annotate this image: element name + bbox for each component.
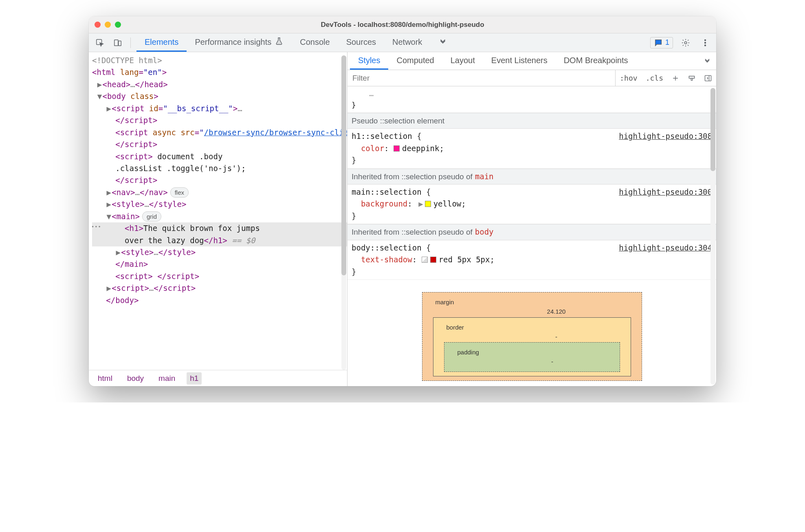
- layout-badge-grid[interactable]: grid: [142, 211, 161, 222]
- tab-computed[interactable]: Computed: [388, 52, 442, 70]
- dom-main-close: </main>: [92, 258, 347, 270]
- dom-main-open[interactable]: ▼<main>grid: [92, 211, 347, 222]
- dom-script-last[interactable]: ▶<script>…</script>: [92, 282, 347, 294]
- crumb-main[interactable]: main: [155, 372, 178, 385]
- close-window-button[interactable]: [95, 22, 101, 28]
- main-split: <!DOCTYPE html> <html lang="en"> ▶<head>…: [89, 52, 716, 386]
- titlebar: DevTools - localhost:8080/demo/highlight…: [89, 16, 716, 33]
- more-menu-icon[interactable]: [698, 37, 712, 49]
- styles-filter-bar: :hov .cls: [348, 70, 716, 86]
- section-inherited-main: Inherited from ::selection pseudo of mai…: [348, 169, 716, 185]
- row-actions-icon[interactable]: •••: [91, 223, 101, 231]
- expand-shorthand-icon[interactable]: ▶: [418, 199, 423, 208]
- styles-rules[interactable]: …} Pseudo ::selection element highlight-…: [348, 86, 716, 386]
- collapse-arrow-icon[interactable]: ▼: [106, 211, 112, 222]
- tabs-more-icon[interactable]: [430, 33, 455, 52]
- layout-badge-flex[interactable]: flex: [170, 187, 189, 198]
- svg-point-3: [684, 42, 687, 44]
- shadow-editor-icon[interactable]: [422, 257, 428, 263]
- svg-point-4: [705, 40, 706, 41]
- expand-arrow-icon[interactable]: ▶: [115, 246, 121, 258]
- devtools-window: DevTools - localhost:8080/demo/highlight…: [89, 16, 716, 386]
- expand-arrow-icon[interactable]: ▶: [106, 282, 112, 294]
- settings-icon[interactable]: [679, 37, 693, 49]
- zoom-window-button[interactable]: [115, 22, 121, 28]
- rule-source-link[interactable]: highlight-pseudo:308: [619, 130, 712, 142]
- crumb-h1[interactable]: h1: [187, 372, 202, 385]
- svg-rect-2: [119, 41, 121, 46]
- dom-breadcrumb: html body main h1: [89, 370, 347, 386]
- expand-arrow-icon[interactable]: ▶: [106, 198, 112, 210]
- tab-elements[interactable]: Elements: [136, 33, 187, 52]
- color-swatch-icon[interactable]: [425, 201, 431, 207]
- dom-h1-selected[interactable]: ••• <h1>The quick brown fox jumps: [92, 222, 347, 234]
- elements-panel: <!DOCTYPE html> <html lang="en"> ▶<head>…: [89, 52, 348, 386]
- script-src-link[interactable]: /browser-sync/browser-sync-client.js?v=2…: [204, 128, 347, 137]
- dom-tree[interactable]: <!DOCTYPE html> <html lang="en"> ▶<head>…: [89, 52, 347, 370]
- svg-point-6: [705, 44, 706, 46]
- dom-script-inline-2: .classList .toggle('no-js');: [92, 163, 347, 174]
- selected-node-marker: == $0: [232, 236, 255, 245]
- new-style-rule-icon[interactable]: [667, 74, 684, 82]
- section-inherited-body: Inherited from ::selection pseudo of bod…: [348, 224, 716, 240]
- window-title: DevTools - localhost:8080/demo/highlight…: [89, 21, 716, 29]
- messages-badge[interactable]: 1: [650, 37, 673, 48]
- section-pseudo-selection: Pseudo ::selection element: [348, 113, 716, 129]
- tab-sources[interactable]: Sources: [338, 33, 384, 52]
- flask-icon: [275, 37, 284, 48]
- expand-arrow-icon[interactable]: ▶: [97, 79, 102, 90]
- dom-head[interactable]: ▶<head>…</head>: [92, 79, 347, 90]
- expand-arrow-icon[interactable]: ▶: [106, 187, 112, 198]
- dom-script-async-close: </script>: [92, 138, 347, 150]
- dom-body-close: </body>: [92, 295, 347, 306]
- rule-source-link[interactable]: highlight-pseudo:304: [619, 242, 712, 254]
- panel-toggle-icon[interactable]: [700, 74, 716, 82]
- collapse-arrow-icon[interactable]: ▼: [97, 90, 102, 102]
- rule-main-selection[interactable]: highlight-pseudo:300 main::selection { b…: [348, 185, 716, 224]
- styles-filter-input[interactable]: [348, 70, 616, 86]
- rule-h1-selection[interactable]: highlight-pseudo:308 h1::selection { col…: [348, 129, 716, 168]
- tab-network[interactable]: Network: [384, 33, 430, 52]
- tab-console[interactable]: Console: [292, 33, 338, 52]
- dom-style-1[interactable]: ▶<style>…</style>: [92, 198, 347, 210]
- minimize-window-button[interactable]: [105, 22, 111, 28]
- dom-script-bs-close: </script>: [92, 114, 347, 126]
- styles-panel: Styles Computed Layout Event Listeners D…: [348, 52, 716, 386]
- dom-script-bs[interactable]: ▶<script id="__bs_script__">…: [92, 103, 347, 114]
- dom-script-empty[interactable]: <script> </script>: [92, 270, 347, 282]
- dom-html-open[interactable]: <html lang="en">: [92, 66, 347, 78]
- styles-tabs-more-icon[interactable]: [698, 52, 716, 70]
- scrollbar-thumb[interactable]: [710, 88, 715, 171]
- tab-label: Performance insights: [195, 37, 271, 47]
- scrollbar-thumb[interactable]: [341, 55, 346, 275]
- color-swatch-icon[interactable]: [430, 257, 436, 263]
- rule-body-selection[interactable]: highlight-pseudo:304 body::selection { t…: [348, 240, 716, 280]
- styles-scrollbar[interactable]: [710, 88, 715, 385]
- brush-icon[interactable]: [684, 74, 700, 82]
- toggle-cls-button[interactable]: .cls: [642, 74, 667, 82]
- tab-performance-insights[interactable]: Performance insights: [187, 33, 292, 52]
- dom-body-open[interactable]: ▼<body class>: [92, 90, 347, 102]
- dom-style-2[interactable]: ▶<style>…</style>: [92, 246, 347, 258]
- rule-source-link[interactable]: highlight-pseudo:300: [619, 186, 712, 198]
- messages-count: 1: [665, 38, 669, 47]
- box-model-diagram[interactable]: margin 24.120 border - padding -: [422, 292, 642, 381]
- tab-styles[interactable]: Styles: [350, 52, 388, 70]
- dom-h1-selected-line2[interactable]: over the lazy dog</h1> == $0: [92, 235, 347, 246]
- device-toolbar-icon[interactable]: [111, 37, 125, 49]
- dom-script-async[interactable]: <script async src="/browser-sync/browser…: [92, 127, 347, 138]
- window-controls: [95, 22, 121, 28]
- tab-event-listeners[interactable]: Event Listeners: [483, 52, 556, 70]
- color-swatch-icon[interactable]: [394, 145, 400, 152]
- elements-scrollbar[interactable]: [341, 55, 346, 370]
- tab-layout[interactable]: Layout: [442, 52, 483, 70]
- toggle-hov-button[interactable]: :hov: [616, 74, 641, 82]
- dom-nav[interactable]: ▶<nav>…</nav>flex: [92, 187, 347, 198]
- crumb-html[interactable]: html: [95, 372, 116, 385]
- inspect-element-icon[interactable]: [93, 37, 107, 49]
- expand-arrow-icon[interactable]: ▶: [106, 103, 112, 114]
- crumb-body[interactable]: body: [124, 372, 147, 385]
- dom-script-inline-open[interactable]: <script> document .body: [92, 151, 347, 163]
- tab-dom-breakpoints[interactable]: DOM Breakpoints: [556, 52, 636, 70]
- main-panel-tabs: Elements Performance insights Console So…: [136, 33, 455, 52]
